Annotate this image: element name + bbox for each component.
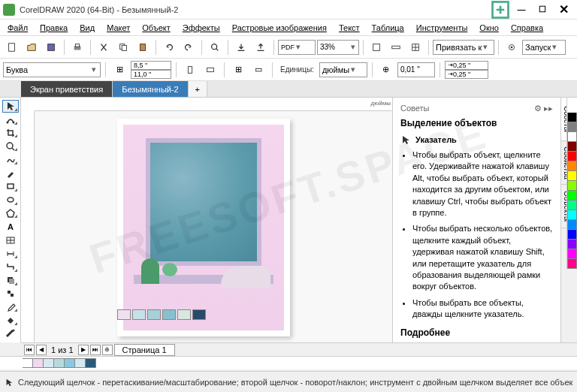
page-first[interactable]: ⏮ [24,345,35,355]
transparency-tool[interactable] [2,288,19,300]
minimize-button[interactable]: — [511,2,532,17]
publish-icon[interactable] [490,2,511,17]
color-swatch[interactable] [567,181,577,191]
color-swatch[interactable] [567,113,577,122]
page-tab[interactable]: Страница 1 [114,344,175,356]
palette-swatch[interactable] [65,358,75,368]
menu-tools[interactable]: Инструменты [410,22,474,34]
artistic-media-tool[interactable] [2,167,19,179]
menu-layout[interactable]: Макет [101,22,136,34]
fill-tool[interactable] [2,314,19,327]
color-swatch[interactable] [567,210,577,220]
page-last[interactable]: ⏭ [90,345,101,355]
ellipse-tool[interactable] [2,194,19,207]
menu-help[interactable]: Справка [505,22,549,34]
eyedropper-tool[interactable] [2,300,19,313]
palette-swatch[interactable] [54,358,65,368]
color-swatch[interactable] [567,191,577,201]
grid-button[interactable] [406,38,424,56]
maximize-button[interactable]: ☐ [532,2,553,17]
menu-file[interactable]: Файл [2,22,34,34]
menu-window[interactable]: Окно [473,22,505,34]
cut-button[interactable] [95,38,113,56]
paste-button[interactable] [134,38,152,56]
palette-swatch[interactable] [75,358,86,368]
zoom-tool[interactable] [2,140,19,152]
palette-swatch[interactable] [86,358,96,368]
page-add[interactable]: ⊕ [102,345,113,355]
page-prev[interactable]: ◀ [36,345,47,355]
color-swatch[interactable] [567,220,577,230]
page-height[interactable] [134,71,164,78]
color-swatch[interactable] [567,230,577,240]
units-combo[interactable]: дюймы▾ [319,62,367,77]
menu-text[interactable]: Текст [333,22,366,34]
preset-icon[interactable]: ⊞ [110,61,128,79]
connector-tool[interactable] [2,261,19,273]
rectangle-tool[interactable] [2,180,19,193]
redo-button[interactable] [180,38,198,56]
new-button[interactable] [3,38,21,56]
undo-button[interactable] [160,38,178,56]
ruler-vertical[interactable] [21,111,35,342]
snap-combo[interactable]: Привязать к▾ [433,40,494,55]
color-swatch[interactable] [567,201,577,210]
pick-tool[interactable] [2,100,19,113]
save-button[interactable] [42,38,60,56]
import-button[interactable] [232,38,250,56]
outline-tool[interactable] [2,327,19,340]
color-swatch[interactable] [567,161,577,171]
dimension-tool[interactable] [2,247,19,260]
zoom-input[interactable] [320,43,350,51]
color-swatch[interactable] [567,240,577,249]
drop-shadow-tool[interactable] [2,274,19,287]
freehand-tool[interactable] [2,153,19,166]
font-combo[interactable]: Буква▾ [3,62,101,77]
color-swatch[interactable] [567,152,577,161]
dup-y[interactable] [453,71,483,78]
table-tool[interactable] [2,234,19,246]
export-button[interactable] [252,38,270,56]
color-swatch[interactable] [567,122,577,132]
menu-object[interactable]: Объект [136,22,176,34]
current-page-button[interactable]: ▭ [249,61,267,79]
color-swatch[interactable] [567,142,577,152]
polygon-tool[interactable] [2,207,19,220]
color-swatch[interactable] [567,249,577,259]
canvas[interactable] [35,111,392,342]
artwork[interactable] [123,125,284,330]
shape-tool[interactable] [2,113,19,126]
crop-tool[interactable] [2,127,19,140]
palette-swatch[interactable] [23,358,33,368]
docker-menu-icon[interactable]: ⚙ ▸▸ [534,104,553,113]
tab-welcome[interactable]: Экран приветствия [21,81,113,97]
close-button[interactable]: ✕ [553,2,574,17]
menu-view[interactable]: Вид [74,22,101,34]
menu-bitmaps[interactable]: Растровые изображения [226,22,333,34]
dup-x[interactable] [453,62,483,69]
nudge-value[interactable] [397,62,435,77]
color-swatch[interactable] [567,132,577,142]
options-button[interactable] [503,38,521,56]
ruler-horizontal[interactable]: дюймы [35,98,392,111]
landscape-button[interactable] [201,61,219,79]
color-swatch[interactable] [567,259,577,269]
tab-document[interactable]: Безымянный-2 [113,81,189,97]
text-tool[interactable]: A [2,220,19,233]
all-pages-button[interactable]: ⊞ [229,61,247,79]
open-button[interactable] [23,38,41,56]
menu-table[interactable]: Таблица [366,22,410,34]
copy-button[interactable] [114,38,132,56]
zoom-combo[interactable]: ▾ [317,40,359,55]
page-width[interactable] [134,62,164,69]
rulers-button[interactable] [387,38,405,56]
tab-new[interactable]: + [189,81,207,97]
palette-swatch[interactable] [44,358,54,368]
fullscreen-button[interactable] [367,38,385,56]
palette-swatch[interactable] [33,358,44,368]
publish-pdf-combo[interactable]: PDF▾ [278,40,316,55]
portrait-button[interactable] [181,61,199,79]
launch-combo[interactable]: Запуск▾ [522,40,566,55]
color-swatch[interactable] [567,171,577,181]
print-button[interactable] [68,38,86,56]
